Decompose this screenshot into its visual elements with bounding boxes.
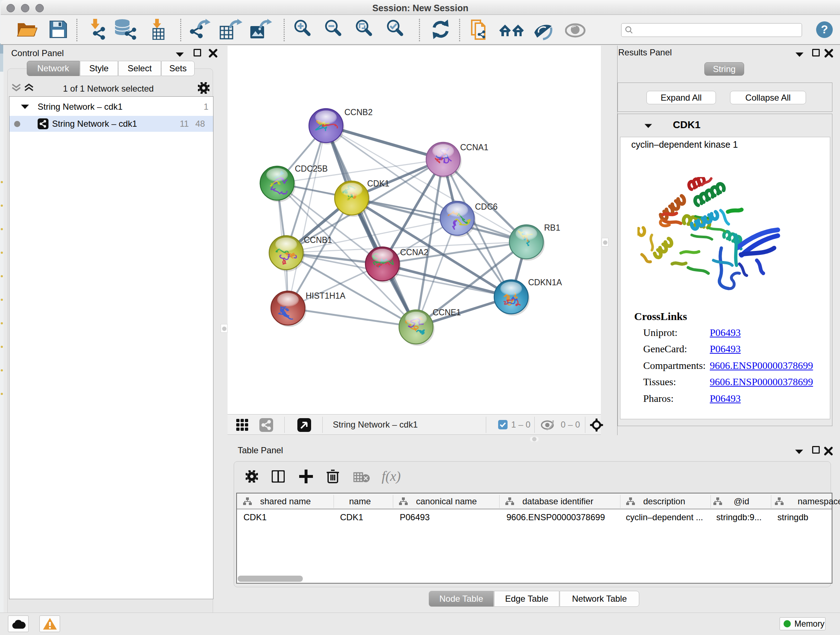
svg-text:CCNB2: CCNB2 [344, 108, 373, 117]
svg-text:CCNB1: CCNB1 [304, 235, 332, 245]
svg-text:RB1: RB1 [544, 223, 561, 233]
svg-text:CCNA1: CCNA1 [460, 143, 488, 152]
svg-text:HIST1H1A: HIST1H1A [306, 291, 346, 301]
svg-text:CDC25B: CDC25B [295, 164, 328, 173]
svg-text:CCNA2: CCNA2 [400, 248, 428, 257]
svg-text:?: ? [821, 23, 828, 36]
svg-text:CDKN1A: CDKN1A [528, 278, 562, 287]
svg-text:CDK1: CDK1 [367, 179, 389, 188]
svg-text:CCNE1: CCNE1 [433, 308, 461, 317]
svg-text:CDC6: CDC6 [475, 202, 498, 211]
